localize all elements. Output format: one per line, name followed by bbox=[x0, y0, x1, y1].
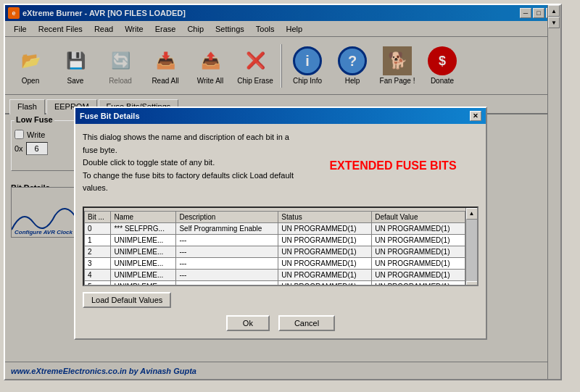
dialog-body: This dialog shows the name and discripti… bbox=[75, 124, 486, 338]
cell-status: UN PROGRAMMED(1) bbox=[278, 257, 372, 269]
col-name: Name bbox=[111, 211, 176, 222]
cell-description: --- bbox=[176, 257, 278, 269]
dialog-title-text: Fuse Bit Details bbox=[80, 112, 140, 120]
cell-name: UNIMPLEME... bbox=[111, 246, 176, 257]
cell-name: UNIMPLEME... bbox=[111, 257, 176, 269]
ok-button[interactable]: Ok bbox=[226, 315, 270, 331]
load-default-area: Load Default Values bbox=[83, 292, 478, 308]
table-row[interactable]: 0 *** SELFPRG... Self Programming Enable… bbox=[85, 222, 465, 234]
table-scroll-area: Bit ... Name Description Status Default … bbox=[84, 208, 477, 286]
table-scrollbar[interactable]: ▲ ▼ bbox=[465, 208, 477, 286]
col-description: Description bbox=[176, 211, 278, 222]
col-status: Status bbox=[278, 211, 372, 222]
dialog-info-text: This dialog shows the name and discripti… bbox=[83, 131, 300, 195]
cell-status: UN PROGRAMMED(1) bbox=[278, 280, 372, 286]
dialog-info-line-1: This dialog shows the name and discripti… bbox=[83, 131, 300, 157]
cell-description: --- bbox=[176, 280, 278, 286]
dialog-info-line-2: Double click to toggle state of any bit. bbox=[83, 157, 300, 170]
cell-bit: 2 bbox=[85, 246, 111, 257]
table-scroll-track bbox=[466, 220, 477, 281]
col-bit: Bit ... bbox=[85, 211, 111, 222]
cell-description: --- bbox=[176, 234, 278, 246]
cell-name: *** SELFPRG... bbox=[111, 222, 176, 234]
fuse-table: Bit ... Name Description Status Default … bbox=[84, 211, 465, 286]
cell-bit: 3 bbox=[85, 257, 111, 269]
dialog-title-bar: Fuse Bit Details ✕ bbox=[75, 108, 486, 124]
dialog-buttons: Ok Cancel bbox=[83, 315, 478, 331]
table-main: Bit ... Name Description Status Default … bbox=[84, 208, 465, 286]
cell-bit: 0 bbox=[85, 222, 111, 234]
col-default: Default Value bbox=[372, 211, 465, 222]
table-scroll-up[interactable]: ▲ bbox=[466, 208, 478, 220]
cancel-button[interactable]: Cancel bbox=[278, 315, 335, 331]
main-window: e eXtreme Burner - AVR [NO FILES LOADED]… bbox=[4, 4, 562, 380]
fuse-table-container: Bit ... Name Description Status Default … bbox=[83, 207, 478, 286]
cell-name: UNIMPLEME... bbox=[111, 280, 176, 286]
cell-bit: 5 bbox=[85, 280, 111, 286]
fuse-bit-details-dialog: Fuse Bit Details ✕ This dialog shows the… bbox=[74, 107, 487, 340]
cell-default: UN PROGRAMMED(1) bbox=[372, 257, 465, 269]
cell-default: UN PROGRAMMED(1) bbox=[372, 280, 465, 286]
table-scroll-down[interactable]: ▼ bbox=[466, 281, 478, 286]
cell-description: --- bbox=[176, 269, 278, 280]
cell-name: UNIMPLEME... bbox=[111, 234, 176, 246]
load-default-button[interactable]: Load Default Values bbox=[83, 292, 171, 308]
cell-status: UN PROGRAMMED(1) bbox=[278, 234, 372, 246]
table-row[interactable]: 1 UNIMPLEME... --- UN PROGRAMMED(1) UN P… bbox=[85, 234, 465, 246]
table-row[interactable]: 3 UNIMPLEME... --- UN PROGRAMMED(1) UN P… bbox=[85, 257, 465, 269]
cell-bit: 1 bbox=[85, 234, 111, 246]
dialog-close-button[interactable]: ✕ bbox=[470, 111, 481, 121]
cell-status: UN PROGRAMMED(1) bbox=[278, 222, 372, 234]
extended-fuse-bits-label: EXTENDED FUSE BITS bbox=[328, 159, 458, 174]
cell-default: UN PROGRAMMED(1) bbox=[372, 234, 465, 246]
cell-default: UN PROGRAMMED(1) bbox=[372, 269, 465, 280]
modal-overlay: Fuse Bit Details ✕ This dialog shows the… bbox=[5, 5, 560, 379]
dialog-info-line-3: To change the fuse bits to factory defau… bbox=[83, 170, 300, 195]
cell-description: Self Programming Enable bbox=[176, 222, 278, 234]
table-row[interactable]: 5 UNIMPLEME... --- UN PROGRAMMED(1) UN P… bbox=[85, 280, 465, 286]
cell-status: UN PROGRAMMED(1) bbox=[278, 246, 372, 257]
cell-default: UN PROGRAMMED(1) bbox=[372, 222, 465, 234]
table-row[interactable]: 2 UNIMPLEME... --- UN PROGRAMMED(1) UN P… bbox=[85, 246, 465, 257]
cell-description: --- bbox=[176, 246, 278, 257]
cell-default: UN PROGRAMMED(1) bbox=[372, 246, 465, 257]
cell-status: UN PROGRAMMED(1) bbox=[278, 269, 372, 280]
cell-bit: 4 bbox=[85, 269, 111, 280]
table-row[interactable]: 4 UNIMPLEME... --- UN PROGRAMMED(1) UN P… bbox=[85, 269, 465, 280]
cell-name: UNIMPLEME... bbox=[111, 269, 176, 280]
